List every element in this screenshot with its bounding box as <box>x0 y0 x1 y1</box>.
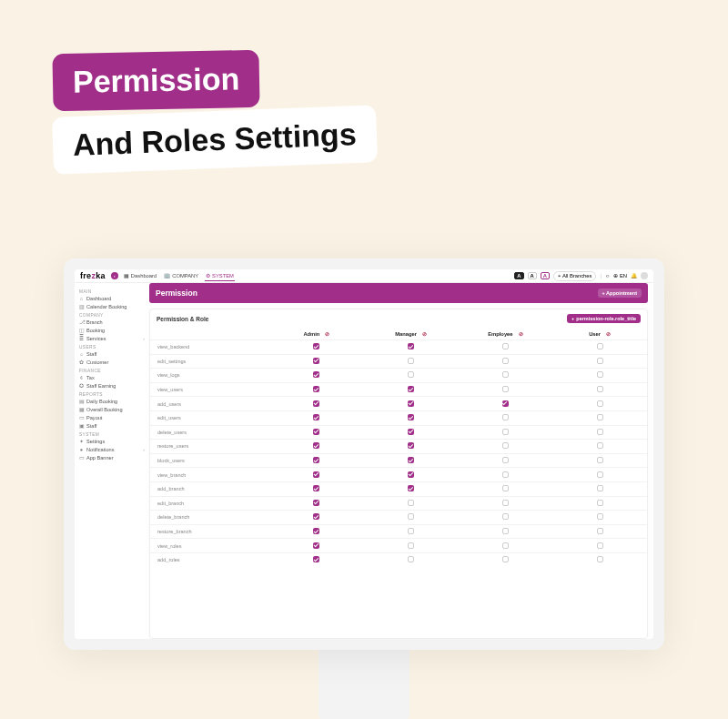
brand-logo[interactable]: frezka <box>80 271 106 280</box>
checkbox[interactable] <box>502 371 509 378</box>
checkbox[interactable] <box>597 457 603 463</box>
checkbox[interactable] <box>597 414 603 420</box>
checkbox[interactable] <box>408 528 414 534</box>
checkbox[interactable] <box>502 442 509 449</box>
checkbox[interactable] <box>597 485 603 491</box>
checkbox[interactable] <box>597 442 603 449</box>
font-size-medium[interactable]: A <box>528 272 537 279</box>
checkbox[interactable] <box>313 513 319 520</box>
checkbox[interactable] <box>502 457 509 463</box>
checkbox[interactable] <box>408 471 414 478</box>
checkbox[interactable] <box>502 500 509 506</box>
checkbox[interactable] <box>408 371 414 378</box>
sidebar-item-notifications[interactable]: ●Notifications› <box>79 445 145 453</box>
checkbox[interactable] <box>597 542 603 549</box>
checkbox[interactable] <box>502 513 509 520</box>
checkbox[interactable] <box>502 556 509 562</box>
checkbox[interactable] <box>597 429 603 435</box>
checkbox[interactable] <box>597 471 603 478</box>
checkbox[interactable] <box>597 343 603 349</box>
sidebar-item-payout[interactable]: ▭Payout <box>79 413 145 421</box>
checkbox[interactable] <box>313 485 319 491</box>
checkbox[interactable] <box>408 429 414 435</box>
checkbox[interactable] <box>313 471 319 478</box>
tab-icon: ⚙ <box>206 273 210 278</box>
checkbox[interactable] <box>597 556 603 562</box>
sidebar-item-branch[interactable]: ⎇Branch <box>79 318 145 326</box>
top-tab-company[interactable]: 🏢 COMPANY <box>164 273 198 278</box>
checkbox[interactable] <box>408 500 414 506</box>
checkbox[interactable] <box>313 542 319 549</box>
checkbox[interactable] <box>408 343 414 349</box>
sidebar-item-services[interactable]: ≣Services› <box>79 334 145 342</box>
add-role-button[interactable]: + permission-role.role_title <box>567 314 641 323</box>
sidebar-item-staff[interactable]: ▣Staff <box>79 421 145 430</box>
checkbox[interactable] <box>502 414 509 420</box>
checkbox[interactable] <box>502 429 509 435</box>
avatar[interactable] <box>641 272 648 279</box>
checkbox[interactable] <box>313 429 319 435</box>
checkbox[interactable] <box>597 371 603 378</box>
checkbox[interactable] <box>597 400 603 407</box>
checkbox[interactable] <box>408 400 414 407</box>
checkbox[interactable] <box>313 400 319 407</box>
checkbox[interactable] <box>597 386 603 392</box>
checkbox[interactable] <box>408 414 414 420</box>
sidebar-item-tax[interactable]: ¢Tax <box>79 373 145 381</box>
checkbox[interactable] <box>502 542 509 549</box>
checkbox[interactable] <box>408 542 414 549</box>
sidebar-item-daily-booking[interactable]: ▤Daily Booking <box>79 397 145 405</box>
checkbox[interactable] <box>408 358 414 364</box>
checkbox[interactable] <box>597 528 603 534</box>
appointment-button[interactable]: + Appointment <box>598 289 642 298</box>
checkbox[interactable] <box>408 556 414 562</box>
checkbox[interactable] <box>502 386 509 392</box>
sidebar-item-staff-earning[interactable]: ✪Staff Earning <box>79 381 145 390</box>
checkbox[interactable] <box>313 528 319 534</box>
checkbox[interactable] <box>408 485 414 491</box>
checkbox[interactable] <box>313 457 319 463</box>
checkbox[interactable] <box>502 485 509 491</box>
branch-switcher[interactable]: ⌖ All Branches <box>553 271 597 281</box>
checkbox[interactable] <box>313 442 319 449</box>
delete-role-icon[interactable]: ⊘ <box>513 331 523 337</box>
sidebar-item-staff[interactable]: ⌕Staff <box>79 349 145 358</box>
checkbox[interactable] <box>502 358 509 364</box>
sidebar-item-settings[interactable]: ✦Settings <box>79 437 145 445</box>
checkbox[interactable] <box>597 513 603 520</box>
delete-role-icon[interactable]: ⊘ <box>417 331 427 337</box>
delete-role-icon[interactable]: ⊘ <box>601 331 611 337</box>
checkbox[interactable] <box>408 386 414 392</box>
checkbox[interactable] <box>597 358 603 364</box>
checkbox[interactable] <box>313 414 319 420</box>
top-tab-system[interactable]: ⚙ SYSTEM <box>206 273 234 278</box>
sidebar-item-booking[interactable]: ◫Booking <box>79 326 145 334</box>
checkbox[interactable] <box>313 386 319 392</box>
sidebar-item-app-banner[interactable]: ▭App Banner <box>79 453 145 461</box>
sidebar-item-dashboard[interactable]: ⌂Dashboard <box>79 294 145 302</box>
sidebar-item-customer[interactable]: ✿Customer <box>79 358 145 366</box>
delete-role-icon[interactable]: ⊘ <box>319 331 329 337</box>
checkbox[interactable] <box>313 500 319 506</box>
font-size-large[interactable]: A <box>541 272 550 279</box>
notifications-button[interactable]: 🔔 <box>631 273 637 278</box>
theme-toggle[interactable]: ☼ <box>605 273 610 278</box>
language-switcher[interactable]: ⊕ EN <box>613 273 627 278</box>
checkbox[interactable] <box>313 343 319 349</box>
checkbox[interactable] <box>502 471 509 478</box>
checkbox[interactable] <box>502 528 509 534</box>
checkbox[interactable] <box>313 556 319 562</box>
checkbox[interactable] <box>502 343 509 349</box>
checkbox[interactable] <box>408 442 414 449</box>
sidebar-item-calendar-booking[interactable]: ▥Calendar Booking <box>79 302 145 310</box>
sidebar-collapse-button[interactable]: ‹ <box>111 272 118 279</box>
top-tab-dashboard[interactable]: ▦ Dashboard <box>124 273 157 278</box>
sidebar-item-overall-booking[interactable]: ▦Overall Booking <box>79 405 145 413</box>
checkbox[interactable] <box>408 513 414 520</box>
checkbox[interactable] <box>313 371 319 378</box>
checkbox[interactable] <box>502 400 509 407</box>
checkbox[interactable] <box>597 500 603 506</box>
font-size-small[interactable]: A <box>514 272 523 279</box>
checkbox[interactable] <box>408 457 414 463</box>
checkbox[interactable] <box>313 358 319 364</box>
